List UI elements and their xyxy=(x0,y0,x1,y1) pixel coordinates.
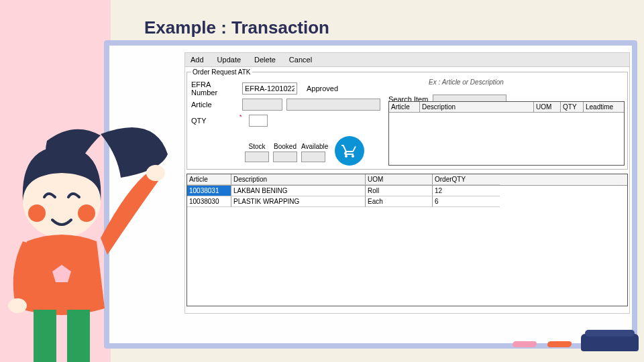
cell-description: LAKBAN BENING xyxy=(231,186,366,196)
booked-value xyxy=(273,152,297,162)
qty-label: QTY xyxy=(191,117,238,125)
svg-point-1 xyxy=(28,204,46,222)
grid-col-orderqty: OrderQTY xyxy=(433,174,500,185)
svg-point-3 xyxy=(146,165,165,181)
search-col-leadtime: Leadtime xyxy=(584,102,624,112)
search-col-qty: QTY xyxy=(561,102,584,112)
marker-pink xyxy=(512,341,537,347)
article-desc-input[interactable] xyxy=(286,99,380,111)
article-label: Article xyxy=(191,101,238,109)
table-row[interactable]: 10038031 LAKBAN BENING Roll 12 xyxy=(187,186,627,196)
grid-col-article: Article xyxy=(187,174,231,185)
cell-article: 10038031 xyxy=(187,186,231,196)
eraser xyxy=(581,334,639,351)
efra-label: EFRA Number xyxy=(191,80,238,97)
character-illustration xyxy=(0,107,174,362)
status-text: Approved xyxy=(307,84,338,93)
cell-orderqty: 12 xyxy=(433,186,500,196)
svg-rect-6 xyxy=(67,310,90,362)
svg-point-4 xyxy=(8,298,27,313)
update-button[interactable]: Update xyxy=(215,54,244,65)
toolbar: Add Update Delete Cancel xyxy=(185,53,629,67)
qty-input[interactable] xyxy=(249,115,268,127)
marker-orange xyxy=(547,341,572,347)
stock-value xyxy=(245,152,269,162)
efra-input[interactable] xyxy=(242,82,297,95)
cart-button[interactable] xyxy=(335,136,364,166)
search-col-description: Description xyxy=(420,102,534,112)
booked-header: Booked xyxy=(273,143,297,150)
cancel-button[interactable]: Cancel xyxy=(286,54,315,65)
add-button[interactable]: Add xyxy=(188,54,207,65)
svg-rect-5 xyxy=(34,310,56,362)
grid-col-uom: UOM xyxy=(366,174,433,185)
search-results-grid[interactable]: Article Description UOM QTY Leadtime xyxy=(388,101,625,166)
search-col-article: Article xyxy=(389,102,420,112)
slide-title: Example : Transaction xyxy=(144,17,329,38)
article-code-input[interactable] xyxy=(242,99,282,111)
cell-uom: Each xyxy=(366,196,433,207)
cell-article: 10038030 xyxy=(187,196,231,207)
available-value xyxy=(301,152,325,162)
delete-button[interactable]: Delete xyxy=(252,54,278,65)
search-hint: Ex : Article or Description xyxy=(429,78,506,86)
cell-description: PLASTIK WRAPPING xyxy=(231,196,366,207)
order-lines-grid[interactable]: Article Description UOM OrderQTY 1003803… xyxy=(186,174,628,306)
cell-uom: Roll xyxy=(366,186,433,196)
search-col-uom: UOM xyxy=(534,102,561,112)
required-star: * xyxy=(239,113,242,120)
order-request-fieldset: Order Request ATK EFRA Number Approved A… xyxy=(186,68,628,170)
table-row[interactable]: 10038030 PLASTIK WRAPPING Each 6 xyxy=(187,196,627,207)
cart-icon xyxy=(341,143,358,159)
stock-header: Stock xyxy=(245,143,269,150)
cell-orderqty: 6 xyxy=(433,196,500,207)
grid-col-description: Description xyxy=(231,174,366,185)
app-window: Add Update Delete Cancel Order Request A… xyxy=(184,52,630,314)
svg-point-2 xyxy=(78,204,95,222)
fieldset-legend: Order Request ATK xyxy=(191,68,252,76)
available-header: Available xyxy=(301,143,328,150)
